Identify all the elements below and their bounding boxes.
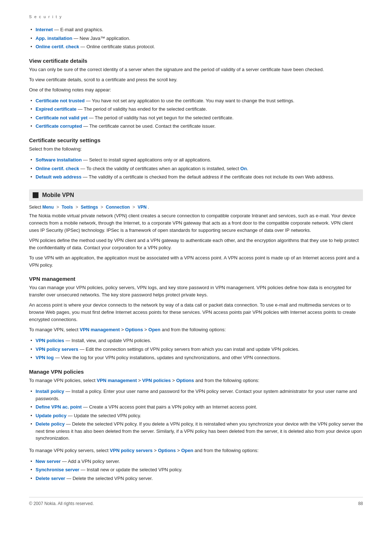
manage-vpn-management-link[interactable]: VPN management bbox=[97, 378, 137, 383]
cert-item-expired: Expired certificate — The period of vali… bbox=[29, 105, 363, 114]
view-cert-p1: You can only be sure of the correct iden… bbox=[29, 66, 363, 73]
breadcrumb-menu[interactable]: Menu bbox=[42, 205, 54, 210]
delete-server-item: Delete server — Delete the selected VPN … bbox=[29, 474, 363, 483]
vpn-options-link[interactable]: Options bbox=[125, 327, 143, 332]
cert-not-trusted-link[interactable]: Certificate not trusted bbox=[36, 98, 85, 103]
install-policy-item: Install policy — Install a policy. Enter… bbox=[29, 387, 363, 403]
app-installation-link[interactable]: App. installation bbox=[36, 36, 72, 41]
footer-copyright: © 2007 Nokia. All rights reserved. bbox=[29, 501, 94, 506]
define-vpn-ac-link[interactable]: Define VPN ac. point bbox=[36, 404, 82, 410]
synchronise-server-link[interactable]: Synchronise server bbox=[36, 467, 79, 472]
cert-item-not-trusted: Certificate not trusted — You have not s… bbox=[29, 97, 363, 105]
manage-vpn-bullet-list: Install policy — Install a policy. Enter… bbox=[29, 387, 363, 443]
cert-item-corrupted: Certificate corrupted — The certificate … bbox=[29, 122, 363, 131]
section-label: S e c u r i t y bbox=[29, 15, 363, 19]
expired-certificate-link[interactable]: Expired certificate bbox=[36, 106, 77, 112]
manage-vpn-options2-link[interactable]: Options bbox=[158, 448, 176, 453]
new-server-link[interactable]: New server bbox=[36, 459, 61, 464]
update-policy-item: Update policy — Update the selected VPN … bbox=[29, 411, 363, 420]
delete-policy-item: Delete policy — Delete the selected VPN … bbox=[29, 420, 363, 443]
footer-page-number: 88 bbox=[358, 501, 363, 506]
install-policy-link[interactable]: Install policy bbox=[36, 389, 64, 394]
mobile-vpn-p2: VPN policies define the method used by V… bbox=[29, 237, 363, 251]
manage-vpn-bullet-list-2: New server — Add a VPN policy server. Sy… bbox=[29, 457, 363, 483]
intro-bullet-list: Internet — E-mail and graphics. App. ins… bbox=[29, 25, 363, 51]
manage-vpn-options-link[interactable]: Options bbox=[176, 378, 194, 383]
breadcrumb-connection[interactable]: Connection bbox=[106, 205, 130, 210]
cert-security-item-default-web: Default web address — The validity of a … bbox=[29, 173, 363, 181]
vpn-policy-servers-item: VPN policy servers — Edit the connection… bbox=[29, 345, 363, 354]
vpn-log-item: VPN log — View the log for your VPN poli… bbox=[29, 353, 363, 362]
vpn-policies-link[interactable]: VPN policies bbox=[36, 338, 64, 343]
footer: © 2007 Nokia. All rights reserved. 88 bbox=[29, 497, 363, 506]
breadcrumb-settings[interactable]: Settings bbox=[81, 205, 98, 210]
manage-vpn-heading: Manage VPN policies bbox=[29, 369, 363, 375]
view-cert-heading: View certificate details bbox=[29, 58, 363, 64]
intro-item-app-installation: App. installation — New Java™ applicatio… bbox=[29, 34, 363, 43]
define-vpn-ac-item: Define VPN ac. point — Create a VPN acce… bbox=[29, 403, 363, 411]
vpn-management-bullet-list: VPN policies — Install, view, and update… bbox=[29, 336, 363, 362]
on-link[interactable]: On bbox=[240, 166, 247, 171]
vpn-policy-servers-link[interactable]: VPN policy servers bbox=[36, 346, 78, 352]
cert-security-item-software: Software installation — Select to instal… bbox=[29, 156, 363, 164]
software-installation-link[interactable]: Software installation bbox=[36, 157, 82, 163]
new-server-item: New server — Add a VPN policy server. bbox=[29, 457, 363, 466]
cert-security-bullet-list: Software installation — Select to instal… bbox=[29, 156, 363, 181]
vpn-management-p2: An access point is where your device con… bbox=[29, 301, 363, 323]
update-policy-link[interactable]: Update policy bbox=[36, 413, 66, 418]
delete-server-link[interactable]: Delete server bbox=[36, 476, 65, 481]
manage-vpn-p1: To manage VPN policies, select VPN manag… bbox=[29, 377, 363, 384]
manage-vpn-open-link[interactable]: Open bbox=[181, 448, 193, 453]
cert-security-item-online: Online certif. check — To check the vali… bbox=[29, 164, 363, 173]
mobile-vpn-heading: Mobile VPN bbox=[42, 192, 74, 198]
manage-vpn-policy-servers-link[interactable]: VPN policy servers bbox=[110, 448, 153, 453]
view-cert-bullet-list: Certificate not trusted — You have not s… bbox=[29, 97, 363, 131]
internet-link[interactable]: Internet bbox=[36, 27, 53, 32]
breadcrumb-tools[interactable]: Tools bbox=[62, 205, 73, 210]
vpn-management-heading: VPN management bbox=[29, 276, 363, 282]
cert-corrupted-link[interactable]: Certificate corrupted bbox=[36, 123, 82, 129]
cert-not-valid-yet-link[interactable]: Certificate not valid yet bbox=[36, 115, 87, 120]
vpn-management-p3: To manage VPN, select VPN management > O… bbox=[29, 326, 363, 333]
delete-policy-link[interactable]: Delete policy bbox=[36, 421, 65, 427]
cert-security-heading: Certificate security settings bbox=[29, 137, 363, 143]
vpn-log-link[interactable]: VPN log bbox=[36, 355, 54, 360]
breadcrumb-vpn[interactable]: VPN bbox=[138, 205, 147, 210]
online-certif-link[interactable]: Online certif. check bbox=[36, 44, 79, 49]
vpn-management-p1: You can manage your VPN policies, policy… bbox=[29, 284, 363, 299]
default-web-address-link[interactable]: Default web address bbox=[36, 174, 81, 180]
cert-item-not-valid-yet: Certificate not valid yet — The period o… bbox=[29, 114, 363, 122]
intro-item-online-certif: Online certif. check — Online certificat… bbox=[29, 42, 363, 51]
mobile-vpn-p3: To use VPN with an application, the appl… bbox=[29, 254, 363, 269]
intro-item-internet: Internet — E-mail and graphics. bbox=[29, 25, 363, 34]
cert-security-p1: Select from the following: bbox=[29, 145, 363, 153]
mobile-vpn-section-header: Mobile VPN bbox=[29, 189, 363, 201]
view-cert-p3: One of the following notes may appear: bbox=[29, 86, 363, 94]
manage-vpn-policies-link[interactable]: VPN policies bbox=[142, 378, 171, 383]
manage-vpn-p2: To manage VPN policy servers, select VPN… bbox=[29, 447, 363, 454]
mobile-vpn-p1: The Nokia mobile virtual private network… bbox=[29, 212, 363, 234]
breadcrumb: Select Menu > Tools > Settings > Connect… bbox=[29, 205, 363, 210]
vpn-open-link[interactable]: Open bbox=[148, 327, 160, 332]
online-certif-check-link[interactable]: Online certif. check bbox=[36, 166, 79, 171]
synchronise-server-item: Synchronise server — Install new or upda… bbox=[29, 465, 363, 474]
vpn-policies-item: VPN policies — Install, view, and update… bbox=[29, 336, 363, 345]
square-icon bbox=[33, 192, 38, 198]
vpn-management-link[interactable]: VPN management bbox=[79, 327, 120, 332]
view-cert-p2: To view certificate details, scroll to a… bbox=[29, 76, 363, 83]
